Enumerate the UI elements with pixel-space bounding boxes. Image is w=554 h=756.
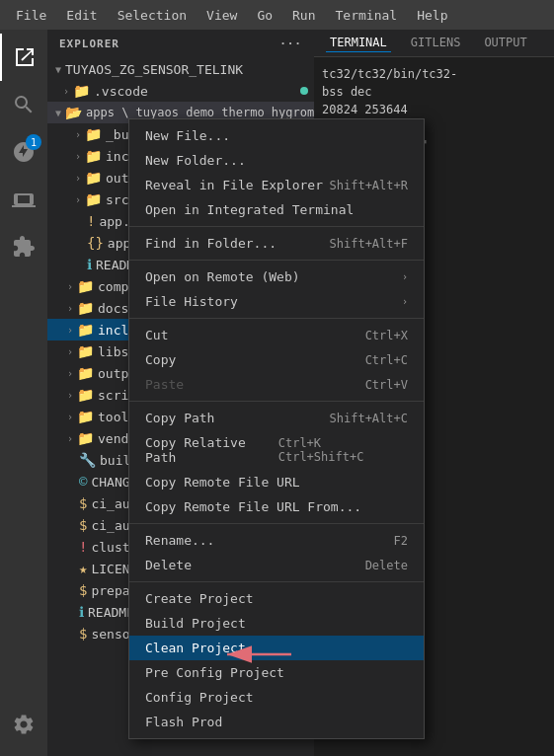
menu-go[interactable]: Go	[249, 4, 280, 27]
ctx-separator-4	[129, 401, 424, 402]
folder-icon: 📁	[85, 191, 102, 207]
ctx-config-project[interactable]: Config Project	[129, 685, 424, 710]
menu-help[interactable]: Help	[409, 4, 455, 27]
ctx-file-history[interactable]: File History ›	[129, 289, 424, 314]
tree-root-label: TUYAOS_ZG_SENSOR_TELINK	[65, 62, 243, 77]
exclamation-icon: !	[79, 539, 87, 555]
ctx-item-shortcut: Shift+Alt+F	[330, 237, 408, 251]
ctx-paste[interactable]: Paste Ctrl+V	[129, 372, 424, 397]
tree-item-label: docs	[98, 301, 128, 316]
ctx-item-label: New File...	[145, 128, 230, 143]
folder-icon: 📁	[85, 170, 102, 186]
ctx-item-label: File History	[145, 294, 238, 309]
ctx-item-label: Copy Relative Path	[145, 435, 278, 465]
ctx-pre-config-project[interactable]: Pre Config Project	[129, 660, 424, 685]
menu-bar: File Edit Selection View Go Run Terminal…	[0, 0, 554, 30]
menu-file[interactable]: File	[8, 4, 54, 27]
ctx-rename[interactable]: Rename... F2	[129, 528, 424, 553]
ctx-item-shortcut: Ctrl+C	[365, 353, 408, 367]
json-icon: {}	[87, 235, 104, 251]
activity-extensions[interactable]	[0, 223, 47, 270]
ctx-item-label: Copy Path	[145, 411, 214, 425]
dollar-icon: $	[79, 582, 87, 598]
terminal-line-1: tc32/tc32/bin/tc32-	[322, 65, 546, 83]
ctx-cut[interactable]: Cut Ctrl+X	[129, 323, 424, 347]
folder-icon: 📁	[73, 83, 90, 99]
folder-icon: 📁	[77, 278, 94, 294]
chevron-down-icon: ▼	[55, 108, 61, 118]
ctx-item-label: Flash Prod	[145, 715, 222, 729]
folder-icon: 📁	[77, 430, 94, 446]
tab-output[interactable]: OUTPUT	[480, 34, 530, 52]
ctx-item-label: Rename...	[145, 533, 214, 548]
chevron-right-icon: ›	[75, 151, 81, 162]
ctx-build-project[interactable]: Build Project	[129, 611, 424, 636]
dollar-icon: $	[79, 517, 87, 533]
ctx-delete[interactable]: Delete Delete	[129, 553, 424, 577]
chevron-right-icon: ›	[75, 129, 81, 140]
chevron-right-icon: ›	[63, 86, 69, 97]
info-icon: ℹ	[87, 257, 92, 272]
ctx-copy-path[interactable]: Copy Path Shift+Alt+C	[129, 406, 424, 430]
status-dot	[300, 87, 308, 95]
menu-selection[interactable]: Selection	[110, 4, 195, 27]
tree-root[interactable]: ▼ TUYAOS_ZG_SENSOR_TELINK	[47, 58, 314, 80]
context-menu: New File... New Folder... Reveal in File…	[128, 118, 425, 739]
ctx-item-shortcut: Shift+Alt+R	[330, 179, 408, 192]
ctx-create-project[interactable]: Create Project	[129, 586, 424, 611]
ctx-item-label: Find in Folder...	[145, 236, 277, 251]
tree-item-label: src	[106, 192, 128, 207]
activity-debug[interactable]	[0, 176, 47, 223]
chevron-right-icon: ›	[67, 281, 73, 292]
sidebar-menu-icon[interactable]: ···	[279, 38, 302, 50]
ctx-copy-remote-url[interactable]: Copy Remote File URL	[129, 470, 424, 494]
ctx-item-label: Copy Remote File URL From...	[145, 499, 361, 514]
menu-view[interactable]: View	[198, 4, 245, 27]
ctx-clean-project[interactable]: Clean Project	[129, 636, 424, 660]
ctx-new-folder[interactable]: New Folder...	[129, 148, 424, 173]
folder-icon: 📁	[77, 322, 94, 338]
folder-icon: 📁	[85, 126, 102, 142]
info-circle-icon: ©	[79, 474, 87, 490]
chevron-right-icon: ›	[75, 173, 81, 184]
folder-icon: 📁	[77, 387, 94, 403]
ctx-new-file[interactable]: New File...	[129, 123, 424, 148]
tab-gitlens[interactable]: GITLENS	[407, 34, 465, 52]
license-icon: ★	[79, 561, 87, 576]
ctx-item-label: Build Project	[145, 616, 246, 631]
ctx-separator-3	[129, 318, 424, 319]
activity-git[interactable]: 1	[0, 128, 47, 176]
ctx-flash-prod[interactable]: Flash Prod	[129, 710, 424, 734]
menu-terminal[interactable]: Terminal	[328, 4, 406, 27]
ctx-item-shortcut: Ctrl+K Ctrl+Shift+C	[278, 436, 408, 464]
ctx-item-label: Copy	[145, 352, 176, 367]
chevron-right-icon: ›	[67, 390, 73, 401]
sidebar-header: EXPLORER ···	[47, 30, 314, 58]
ctx-find-folder[interactable]: Find in Folder... Shift+Alt+F	[129, 231, 424, 256]
ctx-reveal-explorer[interactable]: Reveal in File Explorer Shift+Alt+R	[129, 173, 424, 197]
tree-item-vscode[interactable]: › 📁 .vscode	[47, 80, 314, 102]
activity-bar: 1	[0, 30, 47, 756]
activity-search[interactable]	[0, 81, 47, 128]
ctx-separator-6	[129, 581, 424, 582]
ctx-copy[interactable]: Copy Ctrl+C	[129, 347, 424, 372]
tree-item-label: libs	[98, 344, 128, 359]
activity-settings[interactable]	[0, 701, 47, 748]
menu-run[interactable]: Run	[284, 4, 323, 27]
folder-icon: 📁	[77, 343, 94, 359]
chevron-down-icon: ▼	[55, 64, 61, 75]
ctx-item-label: Delete	[145, 558, 192, 572]
chevron-right-icon: ›	[67, 325, 73, 336]
terminal-line-3: 20824 253644	[322, 101, 546, 118]
menu-edit[interactable]: Edit	[58, 4, 105, 27]
folder-icon: 📁	[77, 300, 94, 316]
ctx-copy-remote-url-from[interactable]: Copy Remote File URL From...	[129, 494, 424, 519]
ctx-copy-relative-path[interactable]: Copy Relative Path Ctrl+K Ctrl+Shift+C	[129, 430, 424, 470]
ctx-open-remote[interactable]: Open on Remote (Web) ›	[129, 265, 424, 289]
ctx-open-terminal[interactable]: Open in Integrated Terminal	[129, 197, 424, 222]
terminal-panel-header: TERMINAL GITLENS OUTPUT	[314, 30, 554, 57]
tab-terminal[interactable]: TERMINAL	[326, 34, 391, 52]
file-blue-icon: 🔧	[79, 452, 96, 468]
terminal-line-2: bss dec	[322, 83, 546, 101]
activity-explorer[interactable]	[0, 34, 47, 81]
